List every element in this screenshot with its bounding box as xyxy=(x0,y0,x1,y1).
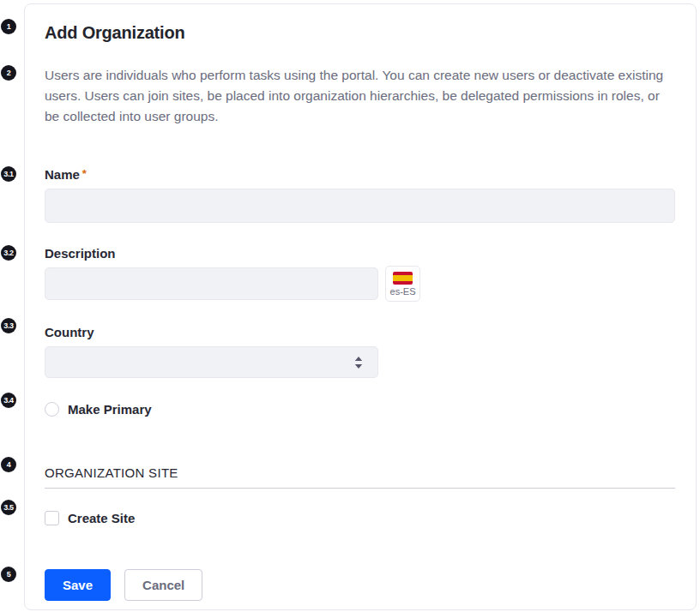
create-site-row: Create Site xyxy=(45,511,675,525)
name-label: Name* xyxy=(45,167,675,182)
country-select[interactable] xyxy=(45,346,378,378)
required-indicator: * xyxy=(82,167,87,180)
organization-site-header: ORGANIZATION SITE xyxy=(45,465,675,480)
callout-5: 5 xyxy=(1,567,16,582)
callout-3-1: 3.1 xyxy=(1,166,16,182)
organization-site-section: ORGANIZATION SITE xyxy=(45,465,675,489)
make-primary-radio[interactable] xyxy=(45,402,59,417)
callout-2: 2 xyxy=(1,65,16,81)
page-title: Add Organization xyxy=(45,23,675,43)
description-label: Description xyxy=(45,246,675,261)
section-divider xyxy=(45,488,675,489)
name-input[interactable] xyxy=(45,189,675,223)
language-code-label: es-ES xyxy=(390,286,416,297)
save-button[interactable]: Save xyxy=(45,569,111,601)
name-field-group: Name* xyxy=(45,167,675,223)
country-label: Country xyxy=(45,325,675,339)
callout-3-3: 3.3 xyxy=(1,318,16,333)
callout-3-5: 3.5 xyxy=(1,500,16,515)
callout-3-2: 3.2 xyxy=(1,245,16,261)
form-actions: Save Cancel xyxy=(45,569,675,601)
page-description: Users are individuals who perform tasks … xyxy=(45,65,675,127)
add-organization-card: Add Organization Users are individuals w… xyxy=(24,3,697,610)
description-field-group: Description es-ES xyxy=(45,246,675,302)
name-label-text: Name xyxy=(45,167,80,182)
create-site-label: Create Site xyxy=(68,511,135,525)
callout-1: 1 xyxy=(1,19,16,34)
make-primary-label: Make Primary xyxy=(68,402,152,417)
callout-4: 4 xyxy=(1,457,16,472)
cancel-button[interactable]: Cancel xyxy=(124,569,202,601)
make-primary-row: Make Primary xyxy=(45,402,675,417)
country-field-group: Country xyxy=(45,325,675,378)
spain-flag-icon xyxy=(393,272,413,285)
language-selector-button[interactable]: es-ES xyxy=(385,266,420,302)
selector-icon xyxy=(353,355,364,370)
create-site-checkbox[interactable] xyxy=(45,511,59,525)
callout-3-4: 3.4 xyxy=(1,393,16,408)
description-input[interactable] xyxy=(45,267,378,300)
